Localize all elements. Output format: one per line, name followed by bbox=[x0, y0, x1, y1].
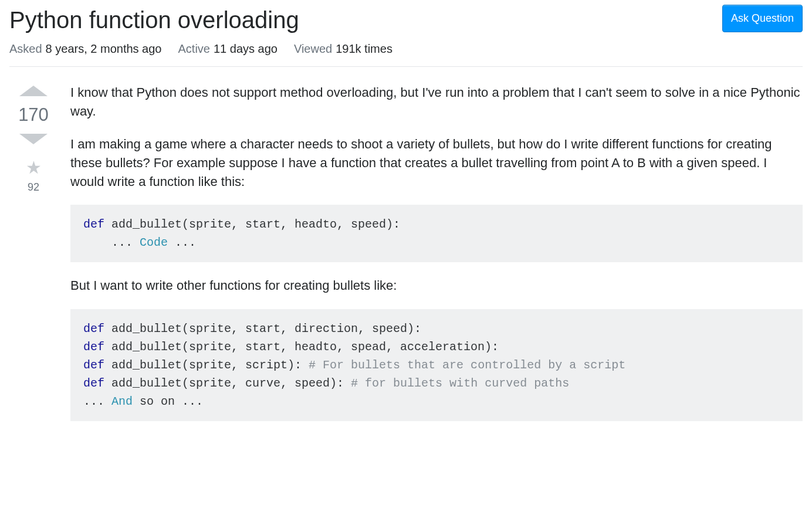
code-keyword: def bbox=[83, 322, 104, 336]
paragraph: But I want to write other functions for … bbox=[70, 276, 803, 295]
code-text: add_bullet(sprite, curve, speed): bbox=[104, 377, 351, 390]
meta-viewed-value: 191k times bbox=[336, 42, 393, 55]
code-comment: # For bullets that are controlled by a s… bbox=[309, 358, 625, 372]
meta-asked-label: Asked bbox=[9, 42, 42, 55]
code-keyword: def bbox=[83, 218, 104, 231]
code-block: def add_bullet(sprite, start, headto, sp… bbox=[70, 205, 803, 262]
meta-active-label: Active bbox=[178, 42, 209, 55]
paragraph: I am making a game where a character nee… bbox=[70, 135, 803, 191]
vote-cell: 170 ★ 92 bbox=[9, 83, 57, 435]
code-class: And bbox=[111, 395, 133, 408]
code-keyword: def bbox=[83, 358, 104, 372]
code-text: add_bullet(sprite, start, direction, spe… bbox=[104, 322, 421, 336]
meta-viewed-label: Viewed bbox=[294, 42, 332, 55]
question-title: Python function overloading bbox=[9, 5, 299, 35]
post-body: I know that Python does not support meth… bbox=[57, 83, 803, 435]
code-text: ... bbox=[83, 395, 111, 408]
meta-active: Active11 days ago bbox=[178, 42, 277, 56]
code-class: Code bbox=[140, 236, 168, 249]
vote-score: 170 bbox=[18, 104, 49, 126]
code-text: add_bullet(sprite, start, headto, speed)… bbox=[104, 218, 400, 231]
meta-asked: Asked8 years, 2 months ago bbox=[9, 42, 161, 56]
meta-viewed: Viewed191k times bbox=[294, 42, 393, 56]
downvote-button[interactable] bbox=[19, 134, 48, 144]
code-keyword: def bbox=[83, 377, 104, 390]
upvote-button[interactable] bbox=[19, 86, 48, 96]
code-comment: # for bullets with curved paths bbox=[351, 377, 569, 390]
question-meta-bar: Asked8 years, 2 months ago Active11 days… bbox=[9, 35, 803, 67]
code-text: add_bullet(sprite, start, headto, spead,… bbox=[104, 340, 499, 354]
favorite-star-icon[interactable]: ★ bbox=[26, 157, 42, 178]
code-text: add_bullet(sprite, script): bbox=[104, 358, 309, 372]
favorite-count: 92 bbox=[28, 181, 39, 194]
meta-active-value: 11 days ago bbox=[214, 42, 278, 55]
meta-asked-value: 8 years, 2 months ago bbox=[46, 42, 162, 55]
code-text: ... bbox=[83, 236, 140, 249]
code-block: def add_bullet(sprite, start, direction,… bbox=[70, 309, 803, 421]
paragraph: I know that Python does not support meth… bbox=[70, 83, 803, 121]
code-text: ... bbox=[168, 236, 196, 249]
code-keyword: def bbox=[83, 340, 104, 354]
ask-question-button[interactable]: Ask Question bbox=[722, 5, 803, 32]
code-text: so on ... bbox=[133, 395, 203, 408]
